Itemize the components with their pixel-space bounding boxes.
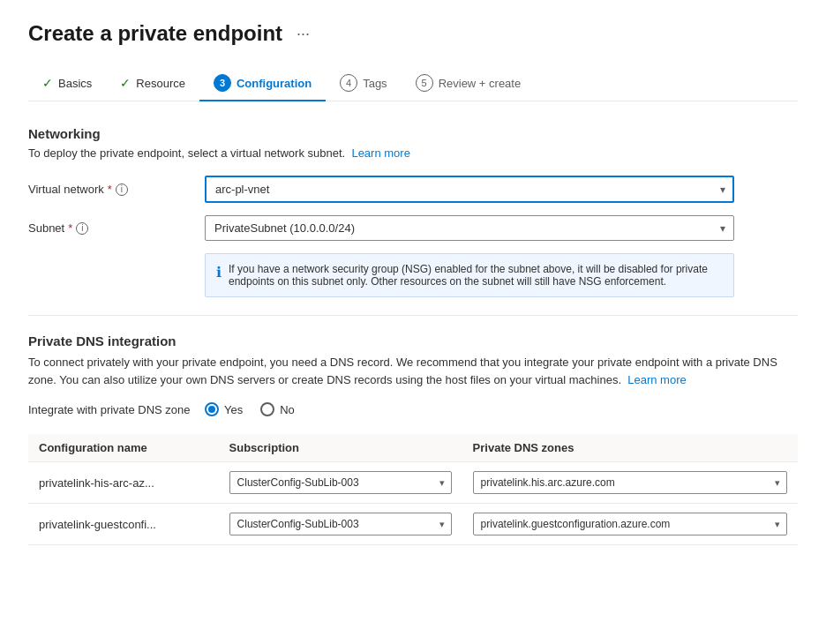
dns-row2-subscription-select[interactable]: ClusterConfig-SubLib-003 [229, 513, 452, 535]
table-row: privatelink-guestconfi... ClusterConfig-… [28, 504, 798, 545]
dns-table-header: Configuration name Subscription Private … [28, 434, 798, 462]
virtual-network-label: Virtual network * i [28, 183, 205, 196]
dns-integrate-label: Integrate with private DNS zone [28, 403, 205, 416]
tab-review[interactable]: 5 Review + create [402, 67, 536, 101]
networking-description: To deploy the private endpoint, select a… [28, 146, 798, 160]
subnet-required: * [68, 221, 72, 235]
virtual-network-row: Virtual network * i arc-pl-vnet ▾ [28, 176, 798, 203]
dns-yes-option[interactable]: Yes [205, 402, 243, 416]
dns-table: Configuration name Subscription Private … [28, 434, 798, 545]
dns-title: Private DNS integration [28, 333, 798, 348]
subnet-row: Subnet * i PrivateSubnet (10.0.0.0/24) ▾ [28, 215, 798, 241]
dns-row1-zone-wrapper: privatelink.his.arc.azure.com ▾ [473, 471, 787, 494]
subnet-label: Subnet * i [28, 221, 205, 235]
dns-row2-subscription: ClusterConfig-SubLib-003 ▾ [219, 504, 462, 545]
dns-row2-zone: privatelink.guestconfiguration.azure.com… [462, 504, 798, 545]
subnet-select[interactable]: PrivateSubnet (10.0.0.0/24) [205, 215, 734, 241]
dns-table-header-row: Configuration name Subscription Private … [28, 434, 798, 462]
wizard-tabs: ✓ Basics ✓ Resource 3 Configuration 4 Ta… [28, 67, 798, 101]
tab-basics-label: Basics [58, 77, 92, 90]
dns-row1-subscription-select[interactable]: ClusterConfig-SubLib-003 [229, 471, 452, 494]
dns-yes-radio[interactable] [205, 402, 219, 416]
ellipsis-menu-button[interactable]: ··· [291, 23, 315, 45]
tab-configuration[interactable]: 3 Configuration [199, 67, 326, 101]
subnet-info-icon[interactable]: i [76, 222, 88, 235]
tab-basics[interactable]: ✓ Basics [28, 69, 106, 99]
virtual-network-required: * [108, 183, 112, 196]
dns-learn-more-link[interactable]: Learn more [627, 373, 686, 386]
tags-circle: 4 [340, 74, 357, 92]
dns-row2-subscription-wrapper: ClusterConfig-SubLib-003 ▾ [229, 513, 452, 535]
tab-tags-label: Tags [363, 77, 387, 90]
tab-tags[interactable]: 4 Tags [326, 67, 401, 101]
nsg-info-box: ℹ If you have a network security group (… [205, 253, 734, 297]
dns-no-radio[interactable] [260, 402, 274, 416]
networking-section: Networking To deploy the private endpoin… [28, 126, 798, 297]
dns-row1-zone: privatelink.his.arc.azure.com ▾ [462, 462, 798, 504]
section-divider [28, 315, 798, 316]
dns-no-label: No [280, 403, 295, 416]
basics-check-icon: ✓ [42, 76, 53, 90]
dns-table-body: privatelink-his-arc-az... ClusterConfig-… [28, 462, 798, 545]
tab-resource[interactable]: ✓ Resource [106, 69, 199, 99]
virtual-network-select-wrapper: arc-pl-vnet ▾ [205, 176, 734, 203]
dns-description: To connect privately with your private e… [28, 354, 798, 388]
networking-learn-more-link[interactable]: Learn more [351, 146, 409, 160]
networking-title: Networking [28, 126, 798, 141]
dns-yes-label: Yes [224, 403, 243, 416]
dns-row2-zone-select[interactable]: privatelink.guestconfiguration.azure.com [473, 513, 787, 535]
dns-row2-zone-wrapper: privatelink.guestconfiguration.azure.com… [473, 513, 787, 535]
nsg-info-text: If you have a network security group (NS… [229, 263, 723, 288]
dns-row1-subscription: ClusterConfig-SubLib-003 ▾ [219, 462, 462, 504]
dns-no-option[interactable]: No [260, 402, 295, 416]
dns-col-config: Configuration name [28, 434, 219, 462]
nsg-info-icon: ℹ [216, 264, 222, 288]
table-row: privatelink-his-arc-az... ClusterConfig-… [28, 462, 798, 504]
tab-resource-label: Resource [136, 77, 185, 90]
dns-radio-options: Yes No [205, 402, 295, 416]
dns-col-subscription: Subscription [219, 434, 462, 462]
dns-col-zones: Private DNS zones [462, 434, 798, 462]
virtual-network-info-icon[interactable]: i [116, 183, 128, 196]
page-title: Create a private endpoint [28, 21, 282, 46]
configuration-circle: 3 [214, 74, 231, 92]
dns-section: Private DNS integration To connect priva… [28, 333, 798, 545]
dns-row2-config: privatelink-guestconfi... [28, 504, 219, 545]
tab-review-label: Review + create [439, 77, 522, 90]
review-circle: 5 [416, 74, 433, 92]
virtual-network-control: arc-pl-vnet ▾ [205, 176, 734, 203]
dns-row1-zone-select[interactable]: privatelink.his.arc.azure.com [473, 471, 787, 494]
resource-check-icon: ✓ [120, 76, 131, 90]
subnet-control: PrivateSubnet (10.0.0.0/24) ▾ [205, 215, 734, 241]
subnet-select-wrapper: PrivateSubnet (10.0.0.0/24) ▾ [205, 215, 734, 241]
page-title-row: Create a private endpoint ··· [28, 21, 798, 46]
dns-row1-subscription-wrapper: ClusterConfig-SubLib-003 ▾ [229, 471, 452, 494]
virtual-network-select[interactable]: arc-pl-vnet [205, 176, 734, 203]
dns-integrate-row: Integrate with private DNS zone Yes No [28, 402, 798, 416]
dns-row1-config: privatelink-his-arc-az... [28, 462, 219, 504]
tab-configuration-label: Configuration [237, 77, 312, 90]
